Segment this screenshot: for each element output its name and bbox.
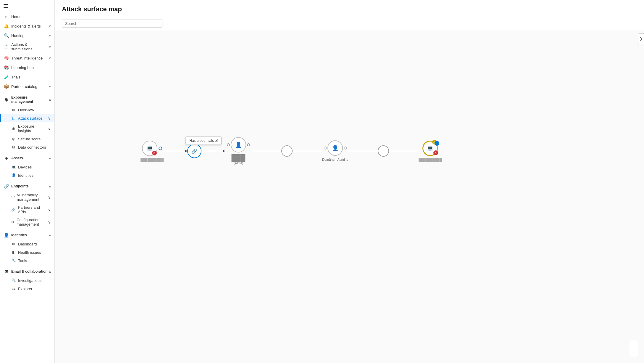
sidebar-item-actions-submissions[interactable]: 📋 Actions & submissions ∨ [0, 40, 54, 53]
right-connector-1 [247, 143, 250, 146]
email-icon: ✉ [4, 269, 9, 274]
node-circle-link[interactable]: 🔗 [187, 144, 201, 158]
node-user-1[interactable]: 👤 ██████ ██████(ADM) [225, 137, 252, 165]
chevron-down-icon: ∨ [48, 208, 51, 212]
sidebar-item-label: Incidents & alerts [11, 24, 49, 28]
empty-circle-2[interactable] [378, 145, 389, 157]
chevron-up-icon: ∧ [49, 234, 51, 237]
line-segment-2 [201, 150, 225, 152]
package-icon: 📦 [4, 84, 9, 89]
node-label-1: ██████████ [141, 158, 164, 161]
line-segment-6 [389, 151, 419, 151]
investigations-icon: 🔍 [11, 278, 16, 283]
sidebar-item-investigations[interactable]: 🔍 Investigations [0, 276, 54, 285]
book-icon: 📚 [4, 65, 9, 70]
node-circle-user-2[interactable]: 👤 [327, 140, 343, 156]
sidebar-item-identities[interactable]: 👤 Identities [0, 171, 54, 179]
shield-icon: 🛡 [11, 195, 15, 200]
device-icon-2: 💻 [427, 145, 433, 152]
sidebar-item-dashboard[interactable]: ⊞ Dashboard [0, 240, 54, 248]
sidebar-item-home[interactable]: ⌂ Home [0, 12, 54, 21]
sidebar-item-overview[interactable]: ⊞ Overview [0, 106, 54, 114]
sidebar-item-label: Secure score [18, 137, 41, 141]
line-segment-4 [293, 151, 322, 151]
zoom-in-button[interactable]: + [630, 340, 638, 348]
sidebar-item-data-connectors[interactable]: ⊟ Data connectors [0, 143, 54, 151]
chevron-down-icon: ∨ [49, 57, 51, 60]
sidebar-item-vulnerability-management[interactable]: 🛡 Vulnerability management ∨ [0, 191, 54, 203]
sidebar-item-trials[interactable]: 🧪 Trials [0, 72, 54, 82]
id-icon: 👤 [4, 232, 9, 238]
chevron-down-icon: ∨ [49, 85, 51, 88]
page-header: Attack surface map [55, 0, 644, 17]
search-bar-container [55, 17, 644, 30]
node-device-1[interactable]: 💻 ✕ ██████████ [141, 141, 164, 161]
sidebar-item-threat-intelligence[interactable]: 🧠 Threat intelligence ∨ [0, 53, 54, 63]
devices-icon: 💻 [11, 165, 16, 169]
node-label-user-1: ██████ ██████(ADM) [225, 154, 252, 165]
graph-area[interactable]: Has credentials of 💻 ✕ ██████████ [55, 30, 644, 363]
sidebar-item-partners-apis[interactable]: 🔗 Partners and APIs ∨ [0, 203, 54, 216]
empty-circle-1[interactable] [281, 145, 293, 157]
chevron-down-icon: ∨ [48, 126, 51, 131]
sidebar-item-tools[interactable]: 🔧 Tools [0, 256, 54, 265]
user-icon: 👤 [11, 173, 16, 178]
panel-toggle-button[interactable]: ❯ [638, 33, 644, 44]
node-device-2[interactable]: 💻 👑 + ✕ ██████████ [419, 141, 442, 161]
email-collab-label: Email & collaboration [11, 269, 49, 274]
sidebar-item-incidents-alerts[interactable]: 🔔 Incidents & alerts ∨ [0, 21, 54, 31]
user-icon-1: 👤 [235, 142, 242, 148]
sidebar-item-explorer[interactable]: 🗂 Explorer [0, 285, 54, 293]
identities-section-label: Identities [11, 233, 49, 237]
sidebar-item-devices[interactable]: 💻 Devices [0, 163, 54, 171]
node-circle-1[interactable]: 💻 ✕ [142, 141, 157, 156]
sidebar-item-label: Home [11, 15, 51, 19]
node-circle-user-1[interactable]: 👤 [231, 137, 246, 152]
node-circle-device-2[interactable]: 💻 👑 + ✕ [422, 141, 438, 156]
sidebar-item-label: Attack surface [18, 116, 42, 121]
line-segment-1 [164, 150, 187, 152]
chevron-down-icon: ∨ [49, 25, 51, 28]
chevron-down-icon: ∨ [49, 34, 51, 37]
sidebar-item-label: Trials [11, 75, 51, 79]
sidebar-item-learning-hub[interactable]: 📚 Learning hub [0, 63, 54, 72]
left-connector-1 [227, 143, 230, 146]
zoom-out-button[interactable]: − [630, 349, 638, 357]
node-user-2[interactable]: 👤 Domänen-Admins [322, 140, 348, 162]
node-link[interactable]: 🔗 [187, 144, 201, 158]
sidebar-section-endpoints[interactable]: 🔗 Endpoints ∧ [0, 179, 54, 191]
sidebar-section-email-collaboration[interactable]: ✉ Email & collaboration ∧ [0, 265, 54, 276]
sidebar-item-secure-score[interactable]: ◎ Secure score [0, 135, 54, 143]
tooltip-text: Has credentials of [189, 139, 218, 143]
sidebar-section-assets[interactable]: ◈ Assets ∧ [0, 151, 54, 163]
sidebar-item-exposure-insights[interactable]: ◉ Exposure insights ∨ [0, 122, 54, 135]
right-connector-2 [344, 147, 347, 150]
dashboard-icon: ⊞ [11, 242, 16, 246]
sidebar-item-hunting[interactable]: 🔍 Hunting ∨ [0, 31, 54, 40]
node-label-device-2: ██████████ [419, 158, 442, 161]
sidebar-item-configuration-management[interactable]: ⚙ Configuration management ∨ [0, 216, 54, 228]
link-icon: 🔗 [191, 148, 197, 154]
node-circle-empty-2[interactable] [378, 145, 389, 157]
sidebar: ⌂ Home 🔔 Incidents & alerts ∨ 🔍 Hunting … [0, 0, 55, 363]
plus-icon: + [632, 341, 635, 347]
sidebar-item-health-issues[interactable]: ◧ Health issues [0, 248, 54, 256]
search-input[interactable] [65, 21, 159, 26]
sidebar-section-exposure-management[interactable]: ◉ Exposure management ∧ [0, 91, 54, 106]
tools-icon: 🔧 [11, 258, 16, 263]
chevron-down-icon: ∨ [48, 195, 51, 200]
sidebar-item-partner-catalog[interactable]: 📦 Partner catalog ∨ [0, 82, 54, 91]
chevron-up-icon: ∧ [49, 185, 51, 188]
explorer-icon: 🗂 [11, 286, 16, 291]
node-circle-empty-1[interactable] [281, 145, 293, 157]
sidebar-item-label: Overview [18, 108, 34, 112]
sidebar-item-label: Learning hub [11, 65, 51, 70]
connector-dot-blue [159, 147, 162, 150]
hamburger-menu-icon[interactable] [4, 4, 8, 8]
sidebar-item-attack-surface[interactable]: ◫ Attack surface ∨ [0, 114, 54, 122]
line-segment-3 [252, 151, 281, 151]
sidebar-item-label: Threat intelligence [11, 56, 49, 60]
sidebar-section-identities[interactable]: 👤 Identities ∧ [0, 228, 54, 240]
minus-icon: − [632, 350, 635, 356]
user-icon-2: 👤 [332, 145, 338, 151]
